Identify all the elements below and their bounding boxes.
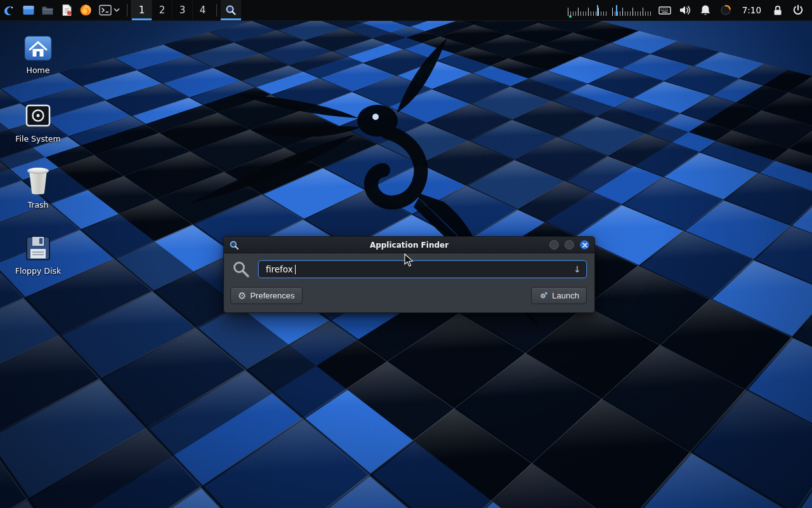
desktop-icon-label: Home [27, 65, 50, 75]
preferences-button[interactable]: ⚙ Preferences [230, 287, 303, 304]
preferences-button-label: Preferences [250, 291, 294, 300]
close-icon [582, 243, 587, 248]
firefox-launcher-icon[interactable] [76, 0, 95, 20]
workspace-4-label: 4 [200, 4, 206, 16]
minimize-button[interactable] [549, 240, 559, 250]
desktop-icon-label: File System [15, 134, 61, 144]
gear-icon: ⚙ [238, 291, 246, 300]
graph-spike [597, 5, 598, 16]
application-finder-taskbar-icon [225, 4, 237, 16]
home-icon [24, 36, 52, 61]
desktop-icon-label: Floppy Disk [15, 266, 61, 276]
workspace-button-1[interactable]: 1 [131, 0, 152, 20]
workspace-2-label: 2 [159, 4, 166, 16]
terminal-launcher[interactable] [95, 0, 123, 20]
graph-spike [616, 5, 617, 16]
text-caret [295, 265, 296, 274]
workspace-1-label: 1 [139, 4, 145, 16]
desktop-icon-label: Trash [27, 200, 48, 210]
desktop-icon-floppy-disk[interactable]: Floppy Disk [8, 235, 69, 276]
desktop-icon-home[interactable]: Home [8, 36, 69, 75]
panel-separator [127, 4, 128, 17]
button-row: ⚙ Preferences Launch [230, 287, 587, 304]
graph-ticks-tall [568, 8, 608, 16]
application-finder-window: Application Finder [223, 236, 595, 313]
taskbar-application-finder-button[interactable] [221, 0, 241, 20]
desktop-icon-trash[interactable]: Trash [8, 168, 69, 210]
dropdown-arrow-icon[interactable]: ↓ [573, 264, 581, 274]
logout-power-icon[interactable] [788, 0, 808, 20]
trash-body [29, 171, 48, 194]
folder-launcher-icon[interactable] [38, 0, 57, 20]
cpu-graph-widget[interactable] [568, 3, 608, 18]
window-controls [549, 240, 589, 250]
workspace-button-4[interactable]: 4 [192, 0, 213, 20]
launch-button-label: Launch [552, 291, 579, 300]
lock-screen-icon[interactable] [768, 0, 788, 20]
clock[interactable]: 7:10 [736, 0, 768, 20]
search-input[interactable]: firefox ↓ [258, 260, 587, 278]
workspace-button-2[interactable]: 2 [152, 0, 172, 20]
mouse-cursor [404, 253, 414, 267]
maximize-button[interactable] [565, 240, 574, 250]
desktop: 1 2 3 4 [0, 0, 812, 508]
file-manager-launcher-icon[interactable] [19, 0, 38, 20]
desktop-icon-file-system[interactable]: File System [8, 102, 69, 144]
clock-label: 7:10 [742, 5, 761, 15]
panel-separator [216, 4, 217, 17]
search-icon [230, 260, 252, 279]
terminal-icon [98, 3, 112, 17]
launch-icon [539, 291, 548, 300]
kali-menu-icon[interactable] [0, 0, 19, 20]
trash-lid [27, 168, 49, 174]
terminal-dropdown-chevron-icon [114, 8, 120, 13]
workspace-3-label: 3 [180, 4, 186, 16]
notifications-bell-icon[interactable] [695, 0, 716, 20]
top-panel: 1 2 3 4 [0, 0, 812, 21]
close-button[interactable] [580, 240, 589, 250]
window-title: Application Finder [224, 241, 594, 250]
panel-tray: 7:10 [566, 0, 812, 20]
keyboard-layout-icon[interactable] [655, 0, 675, 20]
cpu-graph-widget-2[interactable] [612, 3, 653, 18]
graph-indicator-dot [569, 15, 572, 18]
volume-icon[interactable] [675, 0, 695, 20]
trash-icon [25, 168, 51, 196]
search-input-value: firefox [266, 264, 293, 274]
status-indicator-icon[interactable] [716, 0, 736, 20]
file-system-icon [24, 102, 52, 130]
graph-ticks-tall [612, 8, 653, 16]
floppy-disk-icon [25, 235, 51, 262]
window-titlebar[interactable]: Application Finder [224, 237, 594, 253]
application-finder-icon [229, 240, 239, 250]
text-editor-launcher-icon[interactable] [57, 0, 76, 20]
launch-button[interactable]: Launch [531, 287, 587, 304]
workspace-button-3[interactable]: 3 [172, 0, 192, 20]
